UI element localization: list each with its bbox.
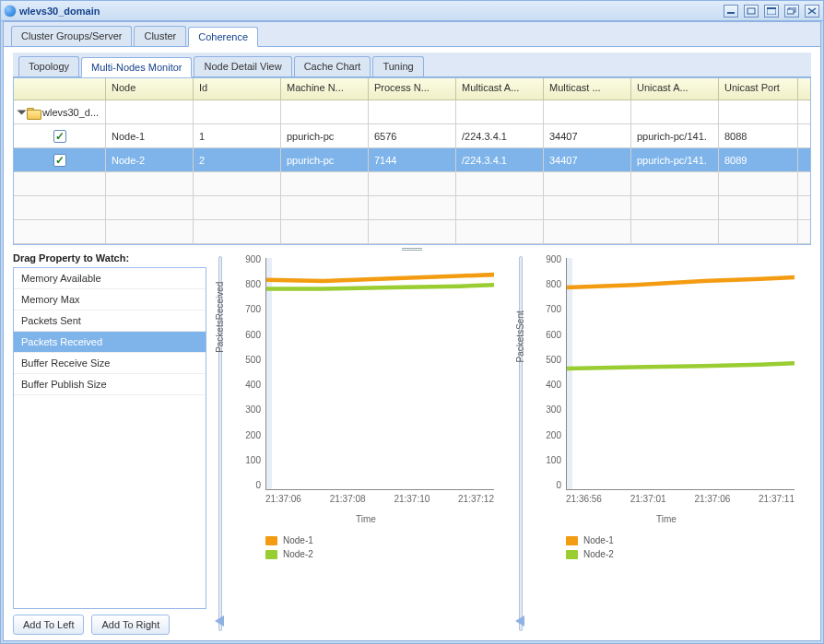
cell-multicast-port: 34407 xyxy=(544,124,631,147)
legend-swatch-icon xyxy=(566,550,578,559)
tree-domain-cell[interactable]: wlevs30_d... xyxy=(14,100,106,123)
charts-area: PacketsReceived 900 800 700 600 500 400 … xyxy=(214,252,811,635)
table-row[interactable]: Node-2 2 ppurich-pc 7144 /224.3.4.1 3440… xyxy=(14,148,810,172)
node-checkbox-cell xyxy=(14,124,106,147)
maximize-button[interactable] xyxy=(764,5,779,18)
col-header-unicast-addr[interactable]: Unicast A... xyxy=(631,78,719,100)
y-axis: 900 800 700 600 500 400 300 200 100 0 xyxy=(232,254,264,490)
tab-multi-nodes-monitor[interactable]: Multi-Nodes Monitor xyxy=(81,57,192,77)
chart-right-legend: Node-1 Node-2 xyxy=(533,535,800,559)
coherence-tab-body: Topology Multi-Nodes Monitor Node Detail… xyxy=(4,47,820,640)
legend-swatch-icon xyxy=(265,536,277,545)
list-item[interactable]: Packets Received xyxy=(14,332,206,353)
legend-swatch-icon xyxy=(265,550,277,559)
outer-tabstrip: Cluster Groups/Server Cluster Coherence xyxy=(4,22,820,47)
folder-icon xyxy=(27,107,40,118)
cell-process: 7144 xyxy=(369,148,456,171)
svg-rect-5 xyxy=(787,9,794,14)
cell-multicast-port: 34407 xyxy=(544,148,631,171)
col-header-machine[interactable]: Machine N... xyxy=(281,78,369,100)
legend-label: Node-1 xyxy=(583,535,614,545)
col-header-unicast-port[interactable]: Unicast Port xyxy=(719,78,798,100)
app-icon xyxy=(5,6,16,17)
add-to-right-button[interactable]: Add To Right xyxy=(91,615,170,635)
table-row[interactable]: wlevs30_d... xyxy=(14,100,810,124)
property-panel: Drag Property to Watch: Memory Available… xyxy=(13,252,208,635)
cell-id: 2 xyxy=(194,148,281,171)
col-header-node[interactable]: Node xyxy=(106,78,194,100)
tree-collapse-icon[interactable] xyxy=(18,110,27,114)
svg-rect-3 xyxy=(767,7,776,9)
svg-rect-1 xyxy=(747,8,755,14)
list-item[interactable]: Memory Max xyxy=(14,289,206,310)
col-header-multicast-addr[interactable]: Multicast A... xyxy=(456,78,544,100)
list-item[interactable]: Packets Sent xyxy=(14,310,206,332)
col-header-process[interactable]: Process N... xyxy=(369,78,456,100)
title-bar: wlevs30_domain xyxy=(1,1,823,21)
tab-cache-chart[interactable]: Cache Chart xyxy=(294,56,371,76)
window-title: wlevs30_domain xyxy=(19,6,718,17)
x-axis: 21:37:06 21:37:08 21:37:10 21:37:12 xyxy=(265,494,494,509)
legend-swatch-icon xyxy=(566,536,578,545)
cell-machine: ppurich-pc xyxy=(281,148,369,171)
table-row xyxy=(14,172,810,196)
table-row xyxy=(14,196,810,220)
row-checkbox[interactable] xyxy=(53,154,66,167)
x-axis-label: Time xyxy=(533,514,800,524)
x-axis: 21:36:56 21:37:01 21:37:06 21:37:11 xyxy=(566,494,795,509)
restore-button[interactable] xyxy=(784,5,799,18)
grid-header: Node Id Machine N... Process N... Multic… xyxy=(14,78,810,100)
col-header-tree[interactable] xyxy=(14,78,106,100)
legend-label: Node-2 xyxy=(583,549,614,559)
tab-node-detail-view[interactable]: Node Detail View xyxy=(194,56,291,76)
tab-cluster[interactable]: Cluster xyxy=(134,26,186,46)
cell-process: 6576 xyxy=(369,124,456,147)
x-axis-label: Time xyxy=(232,514,500,524)
legend-label: Node-2 xyxy=(283,549,313,559)
restore-down-button[interactable] xyxy=(744,5,759,18)
window-frame: wlevs30_domain Cluster Groups/Server Clu… xyxy=(0,0,824,644)
table-row[interactable]: Node-1 1 ppurich-pc 6576 /224.3.4.1 3440… xyxy=(14,124,810,148)
list-item[interactable]: Memory Available xyxy=(14,268,206,289)
close-button[interactable] xyxy=(805,5,819,18)
plot-left xyxy=(265,258,494,490)
legend-label: Node-1 xyxy=(283,535,313,545)
lower-pane: Drag Property to Watch: Memory Available… xyxy=(13,252,811,635)
cell-unicast-addr: ppurich-pc/141. xyxy=(631,124,719,147)
cell-machine: ppurich-pc xyxy=(281,124,369,147)
table-row xyxy=(14,220,810,244)
domain-label: wlevs30_d... xyxy=(42,107,99,118)
svg-rect-0 xyxy=(727,12,735,14)
cell-node: Node-1 xyxy=(106,124,194,147)
tab-tuning[interactable]: Tuning xyxy=(372,56,423,76)
cell-multicast-addr: /224.3.4.1 xyxy=(456,124,544,147)
chart-left-legend: Node-1 Node-2 xyxy=(232,535,500,559)
col-header-multicast-port[interactable]: Multicast ... xyxy=(544,78,631,100)
horizontal-splitter[interactable] xyxy=(13,245,811,252)
cell-id: 1 xyxy=(194,124,281,147)
node-checkbox-cell xyxy=(14,148,106,171)
tab-cluster-groups-server[interactable]: Cluster Groups/Server xyxy=(11,26,132,46)
cell-node: Node-2 xyxy=(106,148,194,171)
col-header-id[interactable]: Id xyxy=(194,78,281,100)
list-item[interactable]: Buffer Receive Size xyxy=(14,353,206,374)
right-chart-slider[interactable] xyxy=(514,252,527,635)
chart-left: PacketsReceived 900 800 700 600 500 400 … xyxy=(230,252,511,635)
plot-right xyxy=(566,258,795,490)
property-list: Memory Available Memory Max Packets Sent… xyxy=(13,267,206,609)
row-checkbox[interactable] xyxy=(53,130,66,143)
inner-tabstrip: Topology Multi-Nodes Monitor Node Detail… xyxy=(13,53,811,77)
nodes-grid: Node Id Machine N... Process N... Multic… xyxy=(13,77,811,245)
cell-unicast-port: 8088 xyxy=(719,124,798,147)
tab-coherence[interactable]: Coherence xyxy=(188,27,258,47)
window-content: Cluster Groups/Server Cluster Coherence … xyxy=(3,21,821,641)
cell-unicast-port: 8089 xyxy=(719,148,798,171)
tab-topology[interactable]: Topology xyxy=(18,56,79,76)
add-to-left-button[interactable]: Add To Left xyxy=(13,615,84,635)
cell-unicast-addr: ppurich-pc/141. xyxy=(631,148,719,171)
y-axis: 900 800 700 600 500 400 300 200 100 0 xyxy=(533,254,564,490)
y-axis-label: PacketsReceived xyxy=(215,282,225,353)
list-item[interactable]: Buffer Publish Size xyxy=(14,374,206,395)
cell-multicast-addr: /224.3.4.1 xyxy=(456,148,544,171)
minimize-button[interactable] xyxy=(724,5,738,18)
